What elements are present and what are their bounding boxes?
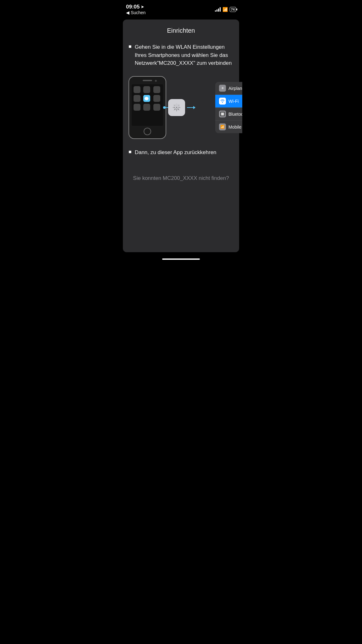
bullet-1: ■: [129, 44, 132, 67]
main-content: Einrichten ■ Gehen Sie in die WLAN Einst…: [123, 19, 239, 252]
location-icon: ➤: [141, 5, 144, 9]
phone-speaker: [143, 80, 152, 81]
help-text[interactable]: Sie konnten MC200_XXXX nicht finden?: [129, 175, 233, 181]
app-icon-6: [153, 95, 160, 102]
home-bar: [162, 258, 200, 260]
airplane-mode-label: Airplane Mode: [228, 86, 242, 91]
wifi-label: Wi-Fi: [228, 98, 241, 103]
mobile-data-label: Mobile Data: [228, 124, 242, 129]
battery-indicator: 74: [230, 7, 236, 12]
signal-icon: [215, 7, 221, 12]
bluetooth-label: Bluetooth: [228, 111, 242, 116]
settings-gear-icon: [168, 99, 185, 116]
instruction-text-2: Dann, zu dieser App zurückkehren: [135, 148, 217, 157]
app-icon-9: [153, 104, 160, 111]
mobile-data-row[interactable]: 📶 Mobile Data ›: [215, 120, 242, 133]
battery-level: 74: [231, 8, 235, 11]
airplane-mode-icon: ✈: [219, 85, 226, 92]
back-label: ◀ Suchen: [126, 10, 145, 15]
bullet-2: ■: [129, 149, 132, 157]
status-right: 📶 74: [215, 7, 236, 12]
settings-menu-panel: ✈ Airplane Mode Wi-Fi: [215, 82, 242, 133]
arrow-head-icon: [193, 106, 195, 109]
phone-screen: [132, 84, 163, 126]
status-time: 09:05 ➤: [126, 4, 145, 10]
app-icon-7: [134, 104, 140, 111]
wifi-row-icon: [219, 97, 226, 104]
bluetooth-icon: 🔲: [219, 110, 226, 117]
time-label: 09:05: [126, 4, 140, 10]
app-icon-4: [134, 95, 140, 102]
wifi-status-icon: 📶: [222, 7, 228, 12]
airplane-mode-row: ✈ Airplane Mode: [215, 82, 242, 95]
mobile-data-icon: 📶: [219, 123, 226, 130]
app-icon-2: [143, 86, 150, 93]
svg-point-5: [176, 107, 178, 108]
page-title: Einrichten: [129, 27, 233, 34]
bluetooth-row[interactable]: 🔲 Bluetooth On ›: [215, 108, 242, 120]
back-button[interactable]: ◀ Suchen: [126, 10, 145, 15]
phone-home-button: [144, 128, 151, 135]
status-bar: 09:05 ➤ ◀ Suchen 📶 74: [120, 0, 242, 17]
instruction-text-1: Gehen Sie in die WLAN Einstellungen Ihre…: [135, 43, 233, 67]
connector-dot: [163, 106, 166, 109]
instruction-2: ■ Dann, zu dieser App zurückkehren: [129, 148, 233, 157]
wifi-row[interactable]: Wi-Fi MC200_XXXX ›: [215, 95, 242, 108]
app-icon-settings: [143, 95, 150, 102]
home-indicator: [120, 255, 242, 262]
phone-illustration: [129, 76, 166, 139]
app-icon-3: [153, 86, 160, 93]
instruction-1: ■ Gehen Sie in die WLAN Einstellungen Ih…: [129, 43, 233, 67]
app-icon-8: [143, 104, 150, 111]
arrow-line: [187, 107, 194, 108]
phone-camera: [155, 80, 157, 82]
status-left: 09:05 ➤ ◀ Suchen: [126, 4, 145, 15]
app-icon-1: [134, 86, 140, 93]
illustration-area: ✈ Airplane Mode Wi-Fi: [129, 76, 233, 139]
